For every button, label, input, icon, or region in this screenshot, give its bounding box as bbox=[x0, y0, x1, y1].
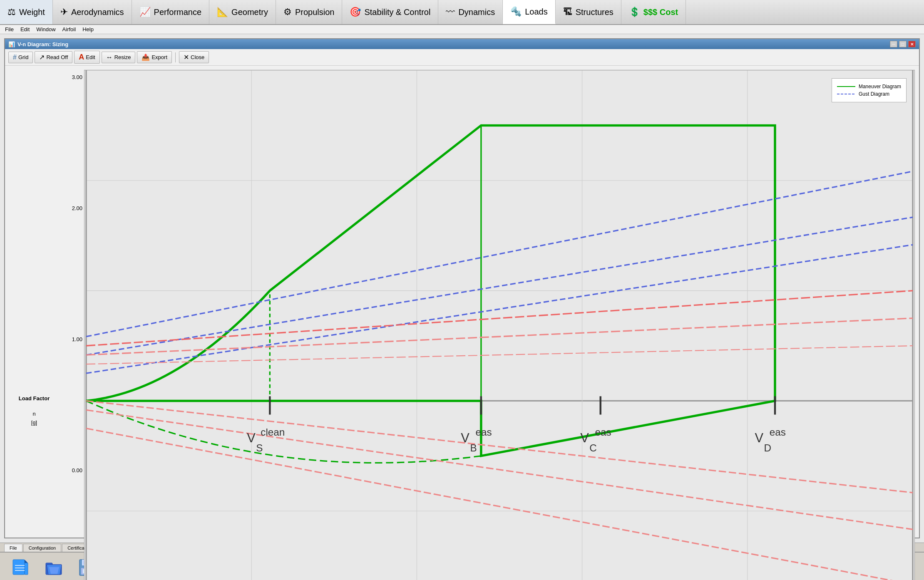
y-label-2: 2.00 bbox=[59, 205, 82, 211]
struct-icon: 🏗 bbox=[563, 7, 572, 17]
sub-window-titlebar: 📊 V-n Diagram: Sizing ─ □ ✕ bbox=[5, 39, 919, 49]
svg-text:eas: eas bbox=[770, 426, 786, 438]
chart-container: Load Factor n [g] 3.00 2.00 1.00 0.00 -1… bbox=[5, 66, 919, 580]
svg-text:eas: eas bbox=[595, 426, 611, 438]
stab-icon: 🎯 bbox=[350, 7, 361, 17]
export-icon: 📤 bbox=[142, 53, 150, 61]
edit-label: Edit bbox=[86, 54, 95, 60]
vn-diagram-icon: 📊 bbox=[8, 41, 15, 47]
nav-aerodynamics[interactable]: ✈ Aerodynamics bbox=[53, 0, 132, 24]
maneuver-line-icon bbox=[837, 84, 855, 89]
nav-dyn-label: Dynamics bbox=[458, 7, 495, 17]
nav-prop-label: Propulsion bbox=[295, 7, 335, 17]
legend-gust: Gust Diagram bbox=[837, 91, 901, 97]
chart-toolbar: # Grid ↗ Read Off A Edit ↔ Resize 📤 Expo… bbox=[5, 49, 919, 66]
svg-text:eas: eas bbox=[476, 426, 492, 438]
perf-icon: 📈 bbox=[139, 7, 151, 17]
svg-text:V: V bbox=[247, 431, 256, 445]
nav-aero-label: Aerodynamics bbox=[71, 7, 124, 17]
nav-weight-label: Weight bbox=[19, 7, 45, 17]
nav-stab-label: Stability & Control bbox=[364, 7, 430, 17]
prop-icon: ⚙ bbox=[283, 7, 292, 17]
title-text-group: 📊 V-n Diagram: Sizing bbox=[8, 41, 68, 47]
svg-line-16 bbox=[86, 171, 913, 337]
nav-cost[interactable]: 💲 $$$ Cost bbox=[621, 0, 686, 24]
close-window-button[interactable]: ✕ bbox=[908, 41, 916, 47]
main-area: 📊 V-n Diagram: Sizing ─ □ ✕ # Grid ↗ Rea… bbox=[0, 34, 924, 543]
nav-loads-label: Loads bbox=[525, 7, 548, 17]
chart-legend: Maneuver Diagram Gust Diagram bbox=[832, 78, 907, 102]
sub-window-title-label: V-n Diagram: Sizing bbox=[17, 41, 68, 47]
nav-loads[interactable]: 🔩 Loads bbox=[503, 0, 556, 24]
svg-text:clean: clean bbox=[261, 426, 285, 438]
dyn-icon: 〰 bbox=[446, 7, 455, 17]
toolbar-separator bbox=[175, 52, 176, 62]
top-navbar: ⚖ Weight ✈ Aerodynamics 📈 Performance 📐 … bbox=[0, 0, 924, 25]
svg-line-17 bbox=[86, 217, 913, 355]
legend-maneuver: Maneuver Diagram bbox=[837, 84, 901, 89]
resize-label: Resize bbox=[114, 54, 131, 60]
svg-text:V: V bbox=[755, 431, 763, 445]
nav-performance[interactable]: 📈 Performance bbox=[132, 0, 210, 24]
menu-airfoil[interactable]: Airfoil bbox=[59, 25, 79, 33]
svg-line-22 bbox=[86, 291, 913, 346]
y-label-0: 0.00 bbox=[59, 467, 82, 473]
grid-icon: # bbox=[13, 54, 17, 61]
cost-icon: 💲 bbox=[629, 7, 640, 17]
svg-line-20 bbox=[86, 401, 913, 493]
nav-perf-label: Performance bbox=[154, 7, 202, 17]
edit-button[interactable]: A Edit bbox=[74, 51, 99, 64]
y-axis-title: Load Factor bbox=[19, 395, 50, 402]
weight-icon: ⚖ bbox=[7, 7, 16, 17]
chart-svg: V S clean V B eas V C eas V D eas bbox=[84, 70, 915, 580]
svg-text:C: C bbox=[589, 442, 597, 454]
y-label-1: 1.00 bbox=[59, 336, 82, 342]
svg-line-21 bbox=[86, 410, 913, 529]
sub-window: 📊 V-n Diagram: Sizing ─ □ ✕ # Grid ↗ Rea… bbox=[4, 38, 920, 538]
readoff-icon: ↗ bbox=[39, 53, 45, 61]
menu-help[interactable]: Help bbox=[79, 25, 97, 33]
nav-geometry[interactable]: 📐 Geometry bbox=[209, 0, 276, 24]
svg-text:B: B bbox=[470, 442, 477, 454]
menu-bar: File Edit Window Airfoil Help bbox=[0, 25, 924, 34]
title-controls: ─ □ ✕ bbox=[890, 41, 916, 47]
grid-button[interactable]: # Grid bbox=[8, 52, 33, 63]
legend-maneuver-label: Maneuver Diagram bbox=[859, 84, 901, 89]
svg-text:D: D bbox=[764, 442, 772, 454]
nav-struct-label: Structures bbox=[576, 7, 614, 17]
svg-line-18 bbox=[86, 245, 913, 373]
nav-stability[interactable]: 🎯 Stability & Control bbox=[342, 0, 438, 24]
grid-label: Grid bbox=[18, 54, 29, 60]
loads-icon: 🔩 bbox=[510, 6, 522, 17]
resize-button[interactable]: ↔ Resize bbox=[102, 52, 136, 63]
svg-line-19 bbox=[86, 429, 913, 580]
nav-structures[interactable]: 🏗 Structures bbox=[556, 0, 621, 24]
menu-file[interactable]: File bbox=[2, 25, 17, 33]
menu-edit[interactable]: Edit bbox=[17, 25, 33, 33]
readoff-button[interactable]: ↗ Read Off bbox=[35, 51, 72, 63]
legend-gust-label: Gust Diagram bbox=[859, 91, 889, 97]
nav-dynamics[interactable]: 〰 Dynamics bbox=[438, 0, 503, 24]
edit-icon: A bbox=[79, 53, 84, 62]
aero-icon: ✈ bbox=[60, 7, 68, 17]
close-button[interactable]: ✕ Close bbox=[179, 51, 209, 63]
nav-weight[interactable]: ⚖ Weight bbox=[0, 0, 53, 24]
export-button[interactable]: 📤 Export bbox=[137, 51, 172, 63]
svg-text:V: V bbox=[461, 431, 469, 445]
geo-icon: 📐 bbox=[217, 7, 228, 17]
y-label-3: 3.00 bbox=[59, 74, 82, 80]
svg-text:S: S bbox=[256, 442, 263, 454]
nav-propulsion[interactable]: ⚙ Propulsion bbox=[276, 0, 343, 24]
maximize-button[interactable]: □ bbox=[899, 41, 907, 47]
close-label: Close bbox=[191, 54, 204, 60]
resize-icon: ↔ bbox=[106, 54, 113, 61]
nav-geo-label: Geometry bbox=[231, 7, 268, 17]
export-label: Export bbox=[152, 54, 167, 60]
readoff-label: Read Off bbox=[46, 54, 68, 60]
svg-text:V: V bbox=[580, 431, 589, 445]
svg-line-24 bbox=[86, 346, 913, 364]
menu-window[interactable]: Window bbox=[33, 25, 59, 33]
close-icon: ✕ bbox=[184, 53, 189, 61]
chart-plot-area: 3.00 2.00 1.00 0.00 -1.00 -2.00 bbox=[59, 70, 915, 580]
minimize-button[interactable]: ─ bbox=[890, 41, 897, 47]
